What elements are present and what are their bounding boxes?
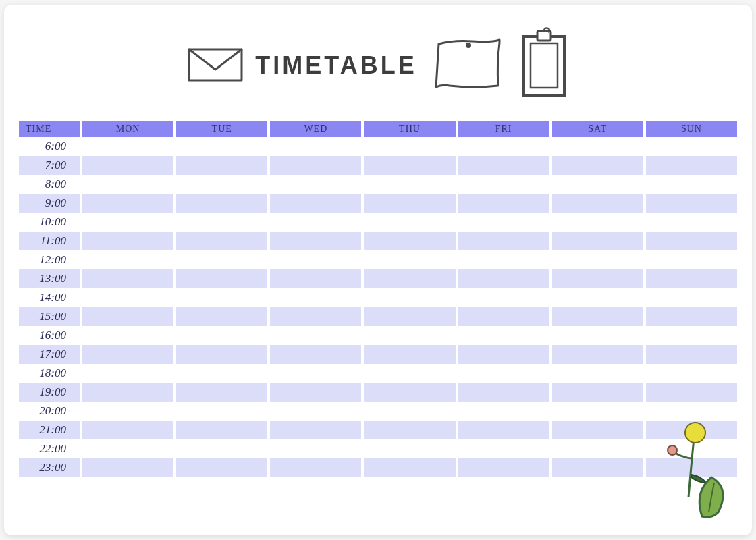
- schedule-cell[interactable]: [176, 250, 267, 269]
- schedule-cell[interactable]: [270, 364, 361, 383]
- schedule-cell[interactable]: [458, 402, 549, 421]
- schedule-cell[interactable]: [270, 439, 361, 458]
- schedule-cell[interactable]: [176, 213, 267, 232]
- schedule-cell[interactable]: [364, 364, 455, 383]
- schedule-cell[interactable]: [646, 307, 737, 326]
- schedule-cell[interactable]: [364, 288, 455, 307]
- schedule-cell[interactable]: [270, 137, 361, 156]
- schedule-cell[interactable]: [364, 383, 455, 402]
- schedule-cell[interactable]: [176, 269, 267, 288]
- schedule-cell[interactable]: [364, 402, 455, 421]
- schedule-cell[interactable]: [458, 383, 549, 402]
- schedule-cell[interactable]: [552, 137, 643, 156]
- schedule-cell[interactable]: [270, 156, 361, 175]
- schedule-cell[interactable]: [364, 156, 455, 175]
- schedule-cell[interactable]: [176, 421, 267, 439]
- schedule-cell[interactable]: [458, 307, 549, 326]
- schedule-cell[interactable]: [458, 137, 549, 156]
- schedule-cell[interactable]: [82, 439, 173, 458]
- schedule-cell[interactable]: [364, 345, 455, 364]
- schedule-cell[interactable]: [364, 421, 455, 439]
- schedule-cell[interactable]: [458, 232, 549, 250]
- schedule-cell[interactable]: [82, 213, 173, 232]
- schedule-cell[interactable]: [176, 345, 267, 364]
- schedule-cell[interactable]: [552, 213, 643, 232]
- schedule-cell[interactable]: [364, 137, 455, 156]
- schedule-cell[interactable]: [176, 326, 267, 345]
- schedule-cell[interactable]: [552, 364, 643, 383]
- schedule-cell[interactable]: [552, 326, 643, 345]
- schedule-cell[interactable]: [646, 250, 737, 269]
- schedule-cell[interactable]: [458, 213, 549, 232]
- schedule-cell[interactable]: [270, 232, 361, 250]
- schedule-cell[interactable]: [82, 326, 173, 345]
- schedule-cell[interactable]: [364, 326, 455, 345]
- schedule-cell[interactable]: [552, 421, 643, 439]
- schedule-cell[interactable]: [458, 421, 549, 439]
- schedule-cell[interactable]: [552, 250, 643, 269]
- schedule-cell[interactable]: [82, 307, 173, 326]
- schedule-cell[interactable]: [176, 458, 267, 477]
- schedule-cell[interactable]: [458, 458, 549, 477]
- schedule-cell[interactable]: [552, 194, 643, 213]
- schedule-cell[interactable]: [176, 307, 267, 326]
- schedule-cell[interactable]: [270, 421, 361, 439]
- schedule-cell[interactable]: [82, 288, 173, 307]
- schedule-cell[interactable]: [364, 250, 455, 269]
- schedule-cell[interactable]: [458, 194, 549, 213]
- schedule-cell[interactable]: [646, 345, 737, 364]
- schedule-cell[interactable]: [270, 213, 361, 232]
- schedule-cell[interactable]: [82, 345, 173, 364]
- schedule-cell[interactable]: [646, 326, 737, 345]
- schedule-cell[interactable]: [646, 156, 737, 175]
- schedule-cell[interactable]: [364, 307, 455, 326]
- schedule-cell[interactable]: [364, 439, 455, 458]
- schedule-cell[interactable]: [458, 439, 549, 458]
- schedule-cell[interactable]: [270, 194, 361, 213]
- schedule-cell[interactable]: [552, 383, 643, 402]
- schedule-cell[interactable]: [364, 213, 455, 232]
- schedule-cell[interactable]: [458, 250, 549, 269]
- schedule-cell[interactable]: [270, 250, 361, 269]
- schedule-cell[interactable]: [270, 288, 361, 307]
- schedule-cell[interactable]: [364, 175, 455, 194]
- schedule-cell[interactable]: [176, 402, 267, 421]
- schedule-cell[interactable]: [176, 364, 267, 383]
- schedule-cell[interactable]: [176, 137, 267, 156]
- schedule-cell[interactable]: [270, 402, 361, 421]
- schedule-cell[interactable]: [82, 421, 173, 439]
- schedule-cell[interactable]: [646, 232, 737, 250]
- schedule-cell[interactable]: [82, 402, 173, 421]
- schedule-cell[interactable]: [646, 364, 737, 383]
- schedule-cell[interactable]: [364, 232, 455, 250]
- schedule-cell[interactable]: [82, 269, 173, 288]
- schedule-cell[interactable]: [270, 269, 361, 288]
- schedule-cell[interactable]: [364, 458, 455, 477]
- schedule-cell[interactable]: [176, 232, 267, 250]
- schedule-cell[interactable]: [458, 269, 549, 288]
- schedule-cell[interactable]: [176, 194, 267, 213]
- schedule-cell[interactable]: [176, 439, 267, 458]
- schedule-cell[interactable]: [82, 458, 173, 477]
- schedule-cell[interactable]: [270, 307, 361, 326]
- schedule-cell[interactable]: [646, 194, 737, 213]
- schedule-cell[interactable]: [176, 175, 267, 194]
- schedule-cell[interactable]: [646, 383, 737, 402]
- schedule-cell[interactable]: [82, 194, 173, 213]
- schedule-cell[interactable]: [552, 345, 643, 364]
- schedule-cell[interactable]: [364, 269, 455, 288]
- schedule-cell[interactable]: [552, 156, 643, 175]
- schedule-cell[interactable]: [176, 156, 267, 175]
- schedule-cell[interactable]: [458, 345, 549, 364]
- schedule-cell[interactable]: [270, 326, 361, 345]
- schedule-cell[interactable]: [82, 383, 173, 402]
- schedule-cell[interactable]: [646, 137, 737, 156]
- schedule-cell[interactable]: [458, 288, 549, 307]
- schedule-cell[interactable]: [82, 232, 173, 250]
- schedule-cell[interactable]: [458, 326, 549, 345]
- schedule-cell[interactable]: [552, 232, 643, 250]
- schedule-cell[interactable]: [646, 175, 737, 194]
- schedule-cell[interactable]: [82, 364, 173, 383]
- schedule-cell[interactable]: [82, 156, 173, 175]
- schedule-cell[interactable]: [458, 156, 549, 175]
